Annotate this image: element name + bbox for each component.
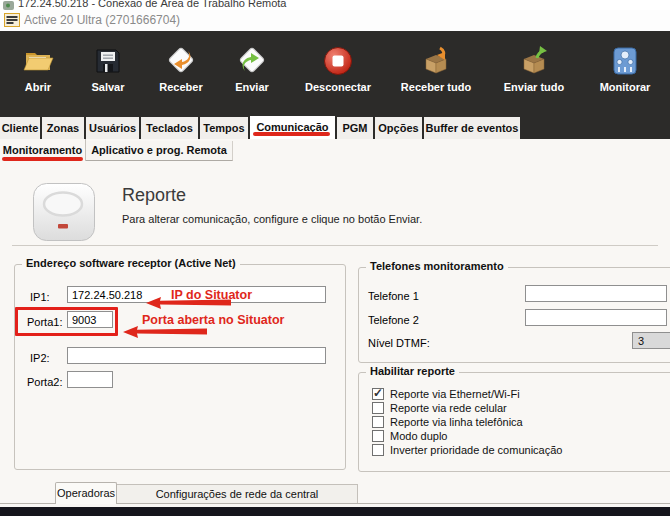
tab-pgm[interactable]: PGM [337, 117, 373, 139]
window-title: 172.24.50.218 - Conexão de Área de Traba… [18, 0, 286, 9]
receive-all-button[interactable]: Receber tudo [391, 31, 481, 116]
ip2-input[interactable] [67, 347, 326, 364]
alarm-panel-image [32, 182, 96, 246]
tab-operadoras[interactable]: Operadoras [55, 482, 117, 504]
bottom-dark-bar [0, 507, 670, 516]
tab-buffer-de-eventos[interactable]: Buffer de eventos [424, 117, 520, 139]
checkbox-modo-duplo[interactable]: ✓ [372, 430, 384, 442]
annotation-port-note: Porta aberta no Situator [142, 313, 284, 327]
checkbox-reporte-celular[interactable]: ✓ [372, 402, 384, 414]
dtmf-label: Nível DTMF: [368, 337, 430, 349]
annotation-underline-monitoramento [2, 157, 83, 161]
tab-configuracoes-rede-central[interactable]: Configurações de rede da central [117, 484, 358, 503]
send-all-icon [517, 44, 551, 80]
checkbox-label: Inverter prioridade de comunicação [390, 444, 562, 457]
disconnect-icon [321, 44, 355, 80]
phones-group-title: Telefones monitoramento [366, 260, 508, 272]
tab-zonas[interactable]: Zonas [42, 117, 84, 139]
monitor-button-label: Monitorar [580, 81, 670, 93]
tab-teclados[interactable]: Teclados [141, 117, 198, 139]
porta2-input[interactable] [67, 371, 113, 388]
monitor-button[interactable]: Monitorar [580, 31, 670, 116]
header-divider [12, 245, 658, 246]
tab-usuarios[interactable]: Usuários [86, 117, 139, 139]
ip2-label: IP2: [30, 352, 50, 364]
enable-report-group: Habilitar reporte ✓ Reporte via Ethernet… [358, 372, 670, 472]
sub-tab-strip: Monitoramento Aplicativo e prog. Remota [0, 139, 670, 162]
checkbox-label: Modo duplo [390, 430, 448, 443]
telefone2-label: Telefone 2 [368, 314, 419, 326]
annotation-arrow-ip [146, 297, 231, 311]
telefone1-input[interactable] [525, 285, 667, 302]
tab-tempos[interactable]: Tempos [200, 117, 248, 139]
checkbox-reporte-ethernet[interactable]: ✓ [372, 388, 384, 400]
porta2-label: Porta2: [27, 376, 62, 388]
receive-icon [164, 44, 198, 80]
annotation-underline-comunicacao [253, 132, 330, 136]
checkbox-label: Reporte via Ethernet/Wi-Fi [390, 388, 520, 401]
open-folder-icon [21, 44, 55, 80]
app-title: Active 20 Ultra (2701666704) [24, 10, 180, 31]
tab-cliente[interactable]: Cliente [0, 117, 40, 139]
toolbar: Abrir Salvar R [0, 31, 670, 116]
app-bar: Active 20 Ultra (2701666704) [0, 10, 670, 31]
checkbox-reporte-linha-telefonica[interactable]: ✓ [372, 416, 384, 428]
dtmf-value-field: 3 [632, 332, 670, 349]
check-icon: ✓ [373, 386, 383, 400]
page-title: Reporte [122, 185, 186, 206]
disconnect-button-label: Desconectar [293, 81, 383, 93]
save-floppy-icon [91, 44, 125, 80]
send-all-button-label: Enviar tudo [489, 81, 579, 93]
monitor-icon [608, 44, 642, 80]
remote-desktop-window: 172.24.50.218 - Conexão de Área de Traba… [0, 0, 670, 516]
telefone1-label: Telefone 1 [368, 290, 419, 302]
send-button[interactable]: Enviar [207, 31, 297, 116]
ip1-label: IP1: [30, 291, 50, 303]
send-all-button[interactable]: Enviar tudo [489, 31, 579, 116]
telefone2-input[interactable] [525, 309, 667, 326]
enable-group-title: Habilitar reporte [366, 365, 459, 377]
receive-all-icon [419, 44, 453, 80]
tab-opcoes[interactable]: Opções [375, 117, 422, 139]
main-tab-strip: Cliente Zonas Usuários Teclados Tempos C… [0, 116, 670, 139]
receive-all-button-label: Receber tudo [391, 81, 481, 93]
window-titlebar: 172.24.50.218 - Conexão de Área de Traba… [0, 0, 670, 10]
send-button-label: Enviar [207, 81, 297, 93]
subtab-aplicativo-prog-remota[interactable]: Aplicativo e prog. Remota [86, 141, 233, 161]
remote-desktop-icon [3, 0, 14, 10]
checkbox-label: Reporte via linha telefônica [390, 416, 523, 429]
annotation-box-porta1 [15, 307, 118, 336]
checkbox-label: Reporte via rede celular [390, 402, 507, 415]
annotation-arrow-port [123, 326, 207, 340]
disconnect-button[interactable]: Desconectar [293, 31, 383, 116]
receiver-group-title: Endereço software receptor (Active Net) [22, 257, 240, 269]
checkbox-inverter-prioridade[interactable]: ✓ [372, 444, 384, 456]
app-icon [4, 13, 20, 29]
page-subtitle: Para alterar comunicação, configure e cl… [122, 213, 422, 225]
send-icon [235, 44, 269, 80]
